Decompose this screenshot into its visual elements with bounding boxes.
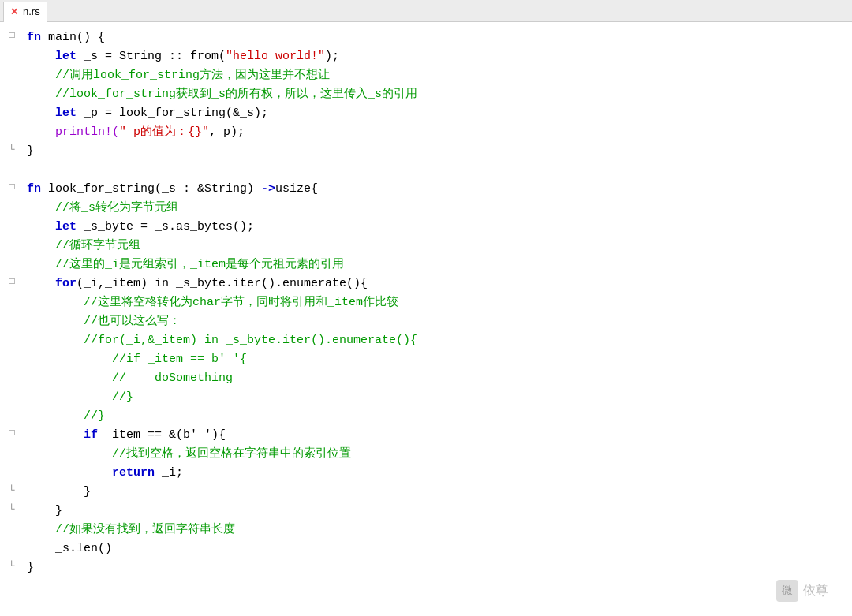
code-content: fn look_for_string(_s : &String) ->usize… <box>24 180 852 198</box>
code-segment: } <box>27 144 34 158</box>
code-line: └} <box>0 558 852 577</box>
code-content: //将_s转化为字节元组 <box>24 199 852 217</box>
code-line: //look_for_string获取到_s的所有权，所以，这里传入_s的引用 <box>0 85 852 104</box>
code-line: └} <box>0 142 852 161</box>
code-segment: == <box>148 428 162 442</box>
code-line: let _s = String :: from("hello world!"); <box>0 47 852 66</box>
code-segment: ,_p); <box>209 125 245 139</box>
code-content: if _item == &(b' '){ <box>24 426 852 444</box>
code-segment: //如果没有找到，返回字符串长度 <box>27 523 235 536</box>
code-segment: //} <box>27 409 105 423</box>
code-segment: } <box>27 485 91 498</box>
code-segment: if <box>27 428 105 442</box>
code-content: //look_for_string获取到_s的所有权，所以，这里传入_s的引用 <box>24 85 852 103</box>
code-segment: //循环字节元组 <box>27 239 140 252</box>
code-segment: //这里将空格转化为char字节，同时将引用和_item作比较 <box>27 296 398 309</box>
main-window: ✕ n.rs □fn main() { let _s = String :: f… <box>0 0 852 616</box>
code-segment: // doSomething <box>27 371 233 385</box>
code-segment: _i; <box>162 466 183 480</box>
code-line: □ for(_i,_item) in _s_byte.iter().enumer… <box>0 274 852 293</box>
code-segment: &_s <box>233 106 254 120</box>
code-content: //} <box>24 407 852 425</box>
code-line: //if _item == b' '{ <box>0 350 852 369</box>
code-content: return _i; <box>24 464 852 482</box>
code-segment: //for(_i,&_item) in _s_byte.iter().enume… <box>27 334 417 347</box>
code-content: //for(_i,&_item) in _s_byte.iter().enume… <box>24 331 852 349</box>
code-line: //找到空格，返回空格在字符串中的索引位置 <box>0 445 852 464</box>
gutter-marker[interactable]: □ <box>0 28 24 43</box>
gutter-marker: └ <box>0 483 24 498</box>
watermark-icon: 微 <box>776 580 798 602</box>
code-segment: -> <box>261 182 275 196</box>
code-content: let _s = String :: from("hello world!"); <box>24 47 852 65</box>
code-content: } <box>24 502 852 520</box>
code-segment: let <box>27 106 84 120</box>
code-segment: "_p的值为：{}" <box>119 125 209 139</box>
code-segment: } <box>27 561 34 574</box>
code-segment: _s.len() <box>27 542 112 555</box>
code-content: let _p = look_for_string(&_s); <box>24 104 852 122</box>
code-line: _s.len() <box>0 539 852 558</box>
code-content: } <box>24 558 852 577</box>
code-content: println!("_p的值为：{}",_p); <box>24 123 852 141</box>
code-line: let _s_byte = _s.as_bytes(); <box>0 218 852 237</box>
code-segment: fn <box>27 31 48 44</box>
code-segment: //这里的_i是元组索引，_item是每个元祖元素的引用 <box>27 258 344 271</box>
code-segment: //调用look_for_string方法，因为这里并不想让 <box>27 69 330 82</box>
code-segment: //if _item == b' '{ <box>27 353 247 366</box>
code-line: □fn look_for_string(_s : &String) ->usiz… <box>0 180 852 199</box>
gutter-marker: └ <box>0 558 24 574</box>
code-line: println!("_p的值为：{}",_p); <box>0 123 852 142</box>
code-content: //if _item == b' '{ <box>24 350 852 368</box>
code-line: // doSomething <box>0 369 852 388</box>
code-content: // doSomething <box>24 369 852 387</box>
code-segment: main <box>48 31 77 44</box>
code-line: □fn main() { <box>0 28 852 47</box>
code-segment: _s_byte = _s.as_bytes(); <box>84 220 254 233</box>
code-content: //也可以这么写： <box>24 312 852 330</box>
code-content: for(_i,_item) in _s_byte.iter().enumerat… <box>24 274 852 293</box>
code-content: } <box>24 142 852 160</box>
code-line: //如果没有找到，返回字符串长度 <box>0 521 852 539</box>
code-segment: _s = String :: from( <box>84 50 226 63</box>
code-line: //调用look_for_string方法，因为这里并不想让 <box>0 66 852 85</box>
code-segment: look_for_string <box>48 182 155 196</box>
gutter-marker: └ <box>0 502 24 517</box>
gutter-marker: └ <box>0 142 24 158</box>
code-line: //} <box>0 407 852 426</box>
code-line: └ } <box>0 483 852 502</box>
code-line: let _p = look_for_string(&_s); <box>0 104 852 123</box>
code-content: _s.len() <box>24 539 852 558</box>
code-segment: "hello world!" <box>226 50 325 63</box>
code-segment: for <box>27 277 77 290</box>
gutter-marker[interactable]: □ <box>0 180 24 195</box>
code-content: let _s_byte = _s.as_bytes(); <box>24 218 852 236</box>
file-tab[interactable]: ✕ n.rs <box>3 2 47 22</box>
code-line: return _i; <box>0 464 852 483</box>
code-area: □fn main() { let _s = String :: from("he… <box>0 22 852 614</box>
code-segment: () { <box>77 31 105 44</box>
code-line <box>0 161 852 180</box>
code-content: //这里将空格转化为char字节，同时将引用和_item作比较 <box>24 293 852 312</box>
code-line: └ } <box>0 502 852 521</box>
code-segment: fn <box>27 182 48 196</box>
code-segment: //将_s转化为字节元组 <box>27 201 178 215</box>
code-line: //} <box>0 388 852 407</box>
code-segment: return <box>27 466 162 480</box>
code-content: //调用look_for_string方法，因为这里并不想让 <box>24 66 852 84</box>
code-content: //这里的_i是元组索引，_item是每个元祖元素的引用 <box>24 256 852 274</box>
watermark: 微 依尊 <box>776 580 828 602</box>
gutter-marker[interactable]: □ <box>0 426 24 441</box>
tab-close-icon[interactable]: ✕ <box>10 5 18 20</box>
code-segment: _item <box>105 428 148 442</box>
code-segment: ); <box>325 50 339 63</box>
tab-filename: n.rs <box>23 4 40 20</box>
gutter-marker[interactable]: □ <box>0 274 24 289</box>
code-line: □ if _item == &(b' '){ <box>0 426 852 445</box>
code-line: //这里将空格转化为char字节，同时将引用和_item作比较 <box>0 293 852 312</box>
code-content: //循环字节元组 <box>24 237 852 255</box>
code-segment: usize{ <box>275 182 318 196</box>
watermark-text: 依尊 <box>803 581 828 601</box>
code-content: } <box>24 483 852 501</box>
code-segment: &(b' '){ <box>162 428 226 442</box>
